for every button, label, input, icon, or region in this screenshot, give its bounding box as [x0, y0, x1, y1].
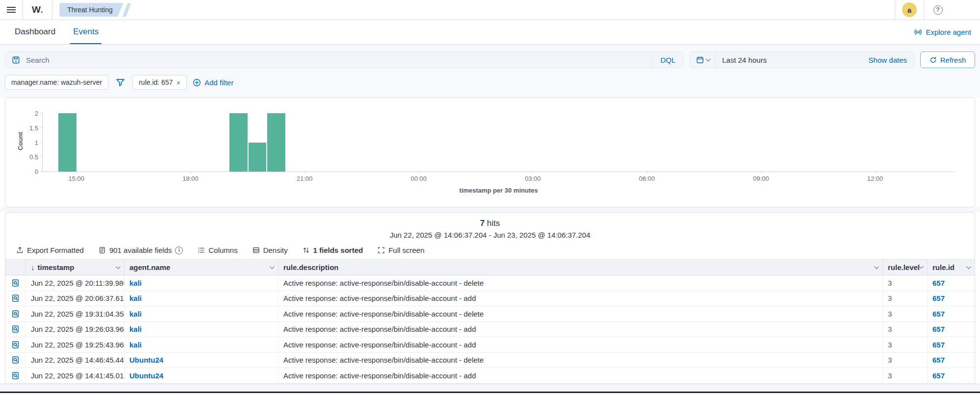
cell-rule-description: Active response: active-response/bin/dis…: [278, 306, 883, 321]
density-button[interactable]: Density: [252, 246, 288, 254]
calendar-icon: [696, 56, 704, 64]
header-inspect-column: [5, 260, 26, 275]
x-tick-label: 21:00: [297, 175, 313, 182]
hits-summary: 7 hits: [5, 219, 975, 228]
chevron-down-icon[interactable]: [116, 264, 121, 269]
cell-timestamp: Jun 22, 2025 @ 19:26:03.964: [26, 322, 125, 337]
fields-icon: [99, 246, 106, 254]
show-dates-button[interactable]: Show dates: [869, 56, 914, 64]
columns-button[interactable]: Columns: [198, 246, 237, 254]
rule-id-link[interactable]: 657: [932, 294, 945, 302]
x-axis-title: timestamp per 30 minutes: [42, 187, 955, 194]
agent-name-link[interactable]: kali: [129, 325, 142, 333]
inspect-document-icon[interactable]: [11, 294, 20, 302]
rule-id-link[interactable]: 657: [932, 341, 945, 349]
inspect-document-icon[interactable]: [11, 356, 20, 364]
cell-rule-description: Active response: active-response/bin/dis…: [278, 291, 883, 306]
hamburger-menu-icon[interactable]: [0, 0, 23, 20]
cell-timestamp: Jun 22, 2025 @ 20:06:37.614: [26, 291, 125, 306]
chevron-down-icon[interactable]: [920, 265, 924, 269]
cell-rule-level: 3: [883, 353, 928, 368]
add-filter-button[interactable]: Add filter: [193, 78, 233, 87]
agent-name-link[interactable]: kali: [129, 310, 142, 318]
chevron-down-icon[interactable]: [966, 264, 971, 269]
filter-funnel-icon[interactable]: [114, 78, 126, 87]
rule-id-link[interactable]: 657: [932, 325, 945, 333]
query-language-button[interactable]: DQL: [652, 52, 683, 68]
inspect-document-icon[interactable]: [11, 341, 20, 349]
rule-id-link[interactable]: 657: [932, 356, 945, 364]
y-axis-title: Count: [17, 132, 24, 150]
x-tick-mark: [647, 172, 648, 173]
x-tick-label: 15:00: [69, 175, 85, 182]
filter-pill-manager-name[interactable]: manager.name: wazuh-server: [5, 75, 108, 90]
header-rule-id[interactable]: rule.id: [928, 260, 975, 275]
help-icon[interactable]: ?: [933, 5, 943, 15]
breadcrumb-threat-hunting[interactable]: Threat Hunting: [59, 3, 124, 17]
header-rule-description[interactable]: rule.description: [278, 260, 883, 275]
grid-header-row: ↓ timestamp agent.name rule.description …: [5, 259, 975, 275]
refresh-label: Refresh: [940, 56, 966, 64]
x-tick-mark: [875, 172, 876, 173]
agent-name-link[interactable]: Ubuntu24: [129, 356, 163, 364]
agent-name-link[interactable]: Ubuntu24: [129, 371, 163, 380]
cell-rule-level: 3: [883, 275, 928, 291]
y-tick-label: 0.5: [29, 153, 38, 161]
histogram-bar-20:00[interactable]: [267, 113, 285, 172]
saved-query-icon[interactable]: [5, 56, 26, 64]
date-quick-select-button[interactable]: [690, 52, 715, 68]
remove-filter-icon[interactable]: ×: [176, 78, 180, 87]
chevron-down-icon[interactable]: [270, 264, 275, 269]
rule-id-link[interactable]: 657: [932, 310, 945, 318]
cell-rule-level: 3: [883, 368, 928, 383]
available-fields-button[interactable]: 901 available fields i: [99, 246, 183, 254]
time-picker: Last 24 hours Show dates: [690, 51, 914, 68]
user-avatar[interactable]: a: [902, 2, 917, 17]
cell-rule-description: Active response: active-response/bin/dis…: [278, 275, 883, 291]
header-timestamp[interactable]: ↓ timestamp: [26, 260, 125, 275]
info-icon[interactable]: i: [175, 246, 183, 254]
table-row: Jun 22, 2025 @ 19:31:04.352 kali Active …: [5, 306, 975, 322]
search-input[interactable]: [26, 56, 652, 64]
header-rule-level[interactable]: rule.level: [883, 260, 928, 275]
chevron-down-icon[interactable]: [874, 264, 879, 269]
hits-label: hits: [487, 219, 500, 228]
inspect-document-icon[interactable]: [11, 371, 20, 380]
histogram-bar-14:30[interactable]: [58, 113, 76, 172]
histogram-bar-19:00[interactable]: [229, 113, 248, 172]
inspect-document-icon[interactable]: [11, 310, 20, 318]
histogram-bar-19:30[interactable]: [249, 143, 267, 172]
y-tick-label: 1.5: [29, 124, 38, 131]
rule-id-link[interactable]: 657: [932, 279, 945, 287]
panel-gap: [0, 207, 980, 212]
inspect-document-icon[interactable]: [11, 325, 20, 333]
time-range-value[interactable]: Last 24 hours: [715, 56, 774, 64]
agent-name-link[interactable]: kali: [129, 279, 142, 287]
histogram-plot: 00.511.52: [42, 113, 955, 172]
wazuh-logo[interactable]: W.: [23, 4, 52, 15]
tabs-bar: Dashboard Events Explore agent: [0, 20, 980, 45]
inspect-document-icon[interactable]: [11, 279, 20, 287]
table-row: Jun 22, 2025 @ 14:46:45.443 Ubuntu24 Act…: [5, 353, 975, 369]
cell-rule-description: Active response: active-response/bin/dis…: [278, 322, 883, 337]
agent-name-link[interactable]: kali: [129, 294, 142, 302]
export-formatted-button[interactable]: Export Formatted: [16, 246, 84, 254]
header-agent-name[interactable]: agent.name: [125, 260, 278, 275]
fields-sorted-button[interactable]: 1 fields sorted: [302, 246, 363, 254]
breadcrumb-ribbon-decoration: [123, 3, 131, 17]
sort-desc-icon: ↓: [31, 263, 35, 271]
filter-pill-rule-id[interactable]: rule.id: 657 ×: [132, 75, 187, 90]
rule-id-link[interactable]: 657: [932, 371, 945, 380]
tab-dashboard[interactable]: Dashboard: [12, 20, 58, 44]
y-tick-mark: [41, 127, 43, 128]
page-background-strip: [0, 384, 980, 392]
explore-agent-button[interactable]: Explore agent: [914, 20, 980, 44]
cell-rule-description: Active response: active-response/bin/dis…: [278, 353, 883, 368]
y-tick-mark: [41, 113, 43, 113]
tab-events[interactable]: Events: [70, 20, 101, 44]
refresh-button[interactable]: Refresh: [920, 51, 975, 68]
agent-name-link[interactable]: kali: [129, 341, 142, 349]
x-tick-mark: [761, 172, 762, 173]
x-tick-label: 06:00: [639, 175, 655, 182]
full-screen-button[interactable]: Full screen: [377, 246, 424, 254]
